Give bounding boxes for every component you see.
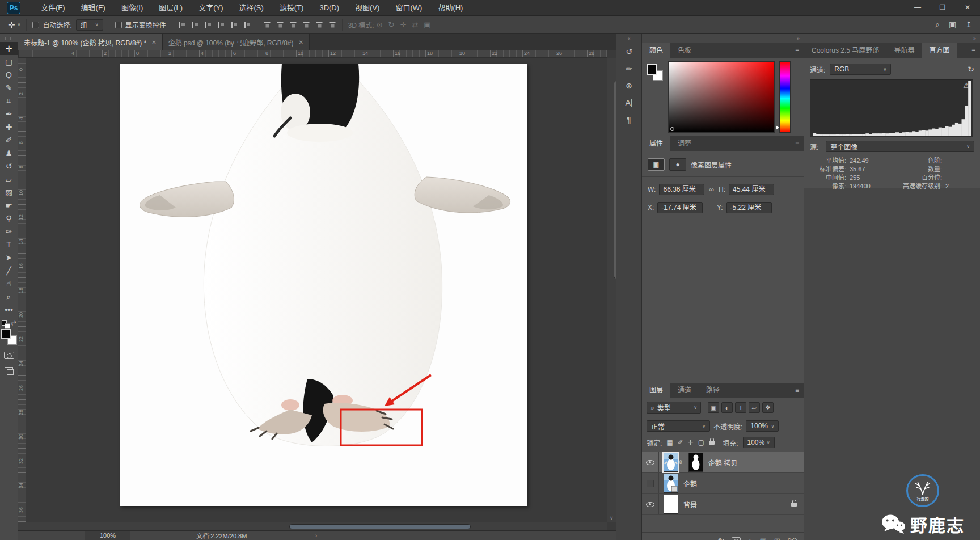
tab-navigator[interactable]: 导航器 — [886, 43, 922, 58]
crop-tool[interactable]: ⌗ — [0, 94, 18, 107]
menu-item[interactable]: 3D(D) — [311, 0, 347, 15]
delete-layer-button[interactable]: ⌦ — [788, 537, 798, 540]
layer-thumbnail[interactable] — [664, 453, 678, 472]
source-dropdown[interactable]: 整个图像 ∨ — [826, 141, 974, 152]
lock-pixels-icon[interactable]: ✐ — [678, 438, 683, 446]
document-tab[interactable]: 企鹅.psd @ 100% (by 马鹿野郎, RGB/8#) ✕ — [163, 34, 310, 50]
lock-all-icon[interactable] — [709, 441, 715, 445]
align-left-edges-icon[interactable] — [217, 21, 225, 28]
tab-paths[interactable]: 路径 — [699, 383, 727, 398]
opacity-field[interactable]: 100% ∨ — [746, 420, 779, 432]
foreground-color-swatch[interactable] — [1, 329, 11, 339]
new-group-button[interactable]: ▥ — [759, 537, 766, 540]
color-picker-field[interactable] — [668, 61, 775, 133]
rectangular-marquee-tool[interactable]: ▢ — [0, 55, 18, 68]
x-field[interactable]: -17.74 厘米 — [657, 202, 703, 213]
lock-artboard-icon[interactable]: ▢ — [698, 438, 704, 446]
visibility-off-box[interactable] — [647, 480, 654, 487]
tab-coolorus[interactable]: Coolorus 2.5 马鹿野郎 — [804, 43, 886, 58]
align-vertical-centers-icon[interactable] — [191, 21, 199, 28]
cached-data-warning-icon[interactable]: ⚠ — [963, 81, 970, 90]
tab-properties[interactable]: 属性 — [642, 136, 670, 151]
auto-select-checkbox[interactable] — [32, 22, 39, 28]
history-panel-icon[interactable]: ↺ — [616, 43, 642, 60]
menu-item[interactable]: 文件(F) — [33, 0, 73, 15]
pixel-layer-icon[interactable]: ▣ — [648, 158, 665, 171]
mask-link-icon[interactable]: ∞ — [678, 460, 685, 465]
align-top-edges-icon[interactable] — [178, 21, 186, 28]
distribute-horizontal-centers-icon[interactable] — [315, 21, 323, 29]
refresh-icon[interactable]: ↻ — [968, 65, 974, 74]
hue-cursor-icon[interactable] — [776, 125, 779, 130]
zoom-level-field[interactable]: 100% — [85, 531, 130, 540]
clone-source-panel-icon[interactable]: ⊕ — [616, 77, 642, 94]
panel-menu-icon[interactable]: ≡ — [795, 47, 799, 54]
3d-roll-icon[interactable]: ↻ — [388, 20, 395, 29]
3d-slide-icon[interactable]: ⇄ — [412, 20, 418, 29]
color-cursor[interactable] — [670, 127, 674, 131]
show-transform-checkbox[interactable] — [115, 22, 122, 28]
collapse-dock-icon[interactable]: » — [642, 34, 804, 43]
new-layer-button[interactable]: ⊞ — [774, 537, 780, 540]
3d-orbit-icon[interactable]: ⊙ — [377, 20, 383, 29]
menu-item[interactable]: 视图(V) — [347, 0, 387, 15]
gradient-tool[interactable]: ▨ — [0, 185, 18, 199]
layer-row[interactable]: 背景 — [642, 494, 804, 515]
y-field[interactable]: -5.22 厘米 — [726, 202, 772, 213]
horizontal-ruler[interactable]: 42024681012141618202224262830 — [26, 50, 607, 58]
adjustment-icon[interactable]: ● — [669, 158, 686, 171]
eraser-tool[interactable]: ▱ — [0, 172, 18, 185]
menu-item[interactable]: 窗口(W) — [387, 0, 430, 15]
visibility-eye-icon[interactable] — [646, 502, 654, 507]
spot-healing-brush-tool[interactable]: ✚ — [0, 120, 18, 133]
eyedropper-tool[interactable]: ✒ — [0, 107, 18, 120]
tab-adjustments[interactable]: 调整 — [670, 136, 699, 151]
menu-item[interactable]: 编辑(E) — [73, 0, 113, 15]
canvas[interactable] — [120, 64, 527, 506]
foreground-color-swatch[interactable] — [647, 64, 657, 75]
zoom-tool[interactable]: ⌕ — [0, 290, 18, 303]
brush-settings-panel-icon[interactable]: ✏ — [616, 60, 642, 77]
canvas-area[interactable] — [26, 58, 607, 522]
menu-item[interactable]: 滤镜(T) — [272, 0, 312, 15]
filter-smart-objects-icon[interactable]: ❖ — [762, 402, 774, 413]
history-brush-tool[interactable]: ↺ — [0, 159, 18, 172]
clone-stamp-tool[interactable]: ♟ — [0, 146, 18, 159]
width-field[interactable]: 66.36 厘米 — [659, 184, 704, 195]
edit-toolbar-button[interactable]: ••• — [0, 303, 18, 316]
horizontal-scrollbar[interactable] — [18, 522, 607, 530]
align-bottom-edges-icon[interactable] — [204, 21, 212, 28]
default-colors-icon[interactable] — [2, 320, 7, 326]
filter-shape-layers-icon[interactable]: ▱ — [749, 402, 760, 413]
menu-item[interactable]: 文字(Y) — [191, 0, 231, 15]
blend-mode-dropdown[interactable]: 正常 ∨ — [647, 420, 710, 432]
tab-close-icon[interactable]: ✕ — [151, 39, 156, 45]
brush-tool[interactable]: ✐ — [0, 133, 18, 146]
link-layers-button[interactable]: ∞ — [705, 537, 710, 540]
path-selection-tool[interactable]: ➤ — [0, 251, 18, 264]
layer-row[interactable]: 企鹅 — [642, 473, 804, 494]
paragraph-panel-icon[interactable]: ¶ — [616, 111, 642, 128]
smudge-tool[interactable]: ☛ — [0, 199, 18, 212]
ruler-origin-box[interactable] — [18, 50, 26, 58]
align-right-edges-icon[interactable] — [243, 21, 251, 28]
distribute-left-edges-icon[interactable] — [302, 21, 310, 29]
character-panel-icon[interactable]: A| — [616, 94, 642, 111]
menu-item[interactable]: 图层(L) — [151, 0, 191, 15]
background-lock-icon[interactable] — [791, 503, 797, 507]
maximize-button[interactable]: ❐ — [930, 0, 955, 15]
expand-panels-icon[interactable]: « — [616, 34, 641, 43]
menu-item[interactable]: 选择(S) — [231, 0, 271, 15]
align-horizontal-centers-icon[interactable] — [230, 21, 238, 28]
swap-colors-icon[interactable]: ⇄ — [11, 319, 16, 327]
menu-item[interactable]: 图像(I) — [113, 0, 151, 15]
horizontal-scrollbar-thumb[interactable] — [289, 524, 471, 529]
hue-slider[interactable] — [779, 61, 791, 133]
add-mask-button[interactable] — [732, 537, 741, 540]
lock-transparency-icon[interactable]: ▦ — [666, 438, 673, 446]
panel-menu-icon[interactable]: ≡ — [795, 386, 799, 394]
tab-swatches[interactable]: 色板 — [670, 43, 699, 58]
distribute-vertical-centers-icon[interactable] — [276, 21, 284, 29]
minimize-button[interactable]: — — [905, 0, 930, 15]
line-tool[interactable]: ╱ — [0, 264, 18, 277]
